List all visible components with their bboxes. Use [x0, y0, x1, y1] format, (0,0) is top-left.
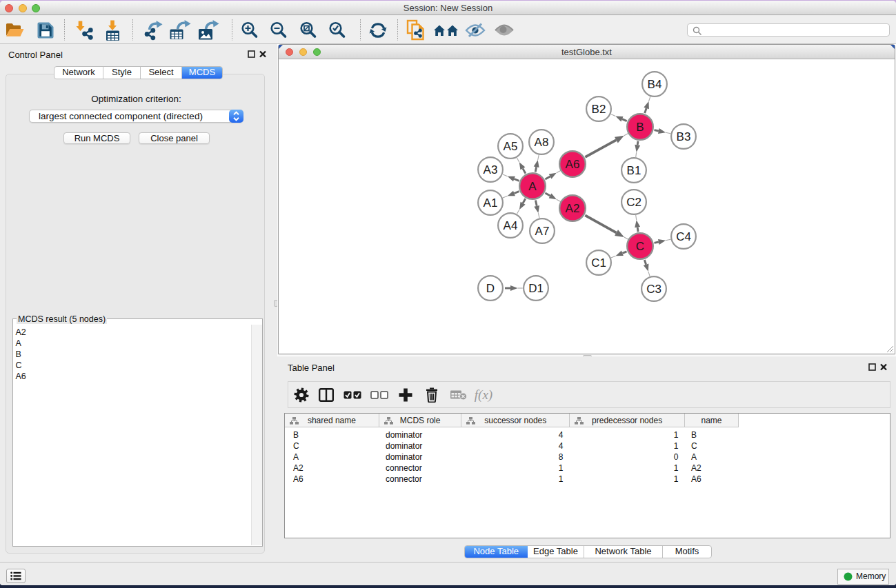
svg-text:B4: B4: [648, 78, 662, 91]
svg-text:C3: C3: [646, 283, 661, 296]
svg-text:A1: A1: [484, 196, 498, 210]
svg-text:A6: A6: [566, 158, 580, 171]
svg-text:B2: B2: [592, 103, 606, 116]
svg-text:A5: A5: [504, 140, 518, 153]
svg-text:A: A: [528, 180, 537, 193]
svg-text:A8: A8: [535, 136, 549, 149]
svg-text:B3: B3: [677, 130, 691, 143]
svg-text:C4: C4: [676, 230, 691, 243]
svg-text:A2: A2: [566, 202, 580, 215]
svg-text:D: D: [486, 282, 495, 295]
svg-text:B: B: [636, 121, 644, 134]
svg-text:A4: A4: [504, 219, 518, 232]
svg-text:D1: D1: [528, 282, 544, 295]
svg-text:B1: B1: [627, 164, 641, 177]
svg-text:C: C: [636, 240, 644, 253]
svg-text:C1: C1: [591, 256, 606, 270]
svg-text:A3: A3: [484, 163, 498, 176]
svg-text:C2: C2: [626, 196, 641, 209]
svg-text:A7: A7: [535, 225, 550, 238]
